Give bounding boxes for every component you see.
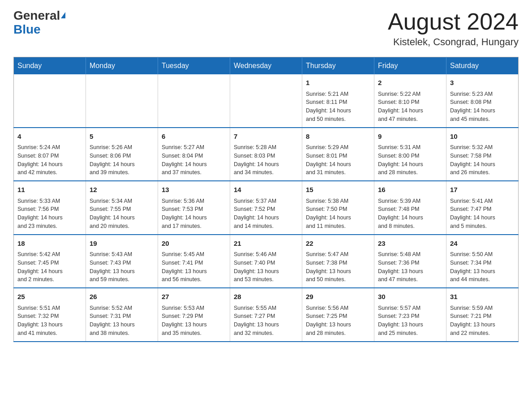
day-number: 26 — [90, 292, 154, 302]
calendar-cell: 5Sunrise: 5:26 AMSunset: 8:06 PMDaylight… — [86, 128, 158, 181]
weekday-header-sunday: Sunday — [14, 57, 86, 75]
calendar-cell: 15Sunrise: 5:38 AMSunset: 7:50 PMDayligh… — [302, 181, 374, 235]
day-info: Sunrise: 5:48 AMSunset: 7:36 PMDaylight:… — [378, 250, 442, 284]
day-number: 18 — [17, 239, 82, 249]
day-number: 31 — [450, 292, 515, 302]
day-number: 27 — [162, 292, 226, 302]
calendar-cell — [158, 74, 230, 128]
day-info: Sunrise: 5:51 AMSunset: 7:32 PMDaylight:… — [17, 304, 82, 338]
calendar-cell: 20Sunrise: 5:45 AMSunset: 7:41 PMDayligh… — [158, 235, 230, 288]
calendar-cell — [14, 74, 86, 128]
day-info: Sunrise: 5:22 AMSunset: 8:10 PMDaylight:… — [378, 90, 442, 124]
day-number: 12 — [90, 185, 154, 195]
day-number: 13 — [162, 185, 226, 195]
calendar-cell: 31Sunrise: 5:59 AMSunset: 7:21 PMDayligh… — [446, 288, 519, 342]
calendar-table: SundayMondayTuesdayWednesdayThursdayFrid… — [13, 57, 519, 342]
calendar-week-row: 18Sunrise: 5:42 AMSunset: 7:45 PMDayligh… — [14, 235, 519, 288]
day-number: 9 — [378, 132, 442, 142]
weekday-header-saturday: Saturday — [446, 57, 519, 75]
logo-triangle-icon — [61, 12, 65, 18]
day-info: Sunrise: 5:42 AMSunset: 7:45 PMDaylight:… — [17, 250, 82, 284]
calendar-cell: 30Sunrise: 5:57 AMSunset: 7:23 PMDayligh… — [374, 288, 446, 342]
day-info: Sunrise: 5:31 AMSunset: 8:00 PMDaylight:… — [378, 143, 442, 177]
weekday-header-wednesday: Wednesday — [230, 57, 302, 75]
calendar-header-row: SundayMondayTuesdayWednesdayThursdayFrid… — [14, 57, 519, 75]
calendar-cell: 22Sunrise: 5:47 AMSunset: 7:38 PMDayligh… — [302, 235, 374, 288]
calendar-cell: 7Sunrise: 5:28 AMSunset: 8:03 PMDaylight… — [230, 128, 302, 181]
day-info: Sunrise: 5:38 AMSunset: 7:50 PMDaylight:… — [306, 197, 370, 231]
day-info: Sunrise: 5:57 AMSunset: 7:23 PMDaylight:… — [378, 304, 442, 338]
calendar-cell: 8Sunrise: 5:29 AMSunset: 8:01 PMDaylight… — [302, 128, 374, 181]
calendar-cell: 2Sunrise: 5:22 AMSunset: 8:10 PMDaylight… — [374, 74, 446, 128]
calendar-week-row: 1Sunrise: 5:21 AMSunset: 8:11 PMDaylight… — [14, 74, 519, 128]
day-number: 4 — [17, 132, 82, 142]
day-info: Sunrise: 5:29 AMSunset: 8:01 PMDaylight:… — [306, 143, 370, 177]
weekday-header-friday: Friday — [374, 57, 446, 75]
weekday-header-tuesday: Tuesday — [158, 57, 230, 75]
day-number: 17 — [450, 185, 515, 195]
calendar-cell: 14Sunrise: 5:37 AMSunset: 7:52 PMDayligh… — [230, 181, 302, 235]
logo-blue-text: Blue — [13, 22, 41, 36]
day-number: 25 — [17, 292, 82, 302]
calendar-cell: 1Sunrise: 5:21 AMSunset: 8:11 PMDaylight… — [302, 74, 374, 128]
title-section: August 2024 Kistelek, Csongrad, Hungary — [388, 9, 519, 48]
calendar-cell — [86, 74, 158, 128]
calendar-cell: 19Sunrise: 5:43 AMSunset: 7:43 PMDayligh… — [86, 235, 158, 288]
day-info: Sunrise: 5:50 AMSunset: 7:34 PMDaylight:… — [450, 250, 515, 284]
calendar-cell: 27Sunrise: 5:53 AMSunset: 7:29 PMDayligh… — [158, 288, 230, 342]
day-number: 3 — [450, 78, 515, 88]
day-info: Sunrise: 5:24 AMSunset: 8:07 PMDaylight:… — [17, 143, 82, 177]
logo: GeneralBlue — [13, 9, 65, 37]
calendar-cell: 23Sunrise: 5:48 AMSunset: 7:36 PMDayligh… — [374, 235, 446, 288]
day-info: Sunrise: 5:34 AMSunset: 7:55 PMDaylight:… — [90, 197, 154, 231]
day-info: Sunrise: 5:46 AMSunset: 7:40 PMDaylight:… — [234, 250, 298, 284]
day-number: 30 — [378, 292, 442, 302]
day-number: 5 — [90, 132, 154, 142]
calendar-week-row: 4Sunrise: 5:24 AMSunset: 8:07 PMDaylight… — [14, 128, 519, 181]
logo-text: GeneralBlue — [13, 9, 65, 37]
day-number: 15 — [306, 185, 370, 195]
day-info: Sunrise: 5:33 AMSunset: 7:56 PMDaylight:… — [17, 197, 82, 231]
day-number: 11 — [17, 185, 82, 195]
calendar-cell: 25Sunrise: 5:51 AMSunset: 7:32 PMDayligh… — [14, 288, 86, 342]
day-info: Sunrise: 5:27 AMSunset: 8:04 PMDaylight:… — [162, 143, 226, 177]
calendar-cell: 3Sunrise: 5:23 AMSunset: 8:08 PMDaylight… — [446, 74, 519, 128]
month-title: August 2024 — [388, 9, 519, 34]
day-info: Sunrise: 5:55 AMSunset: 7:27 PMDaylight:… — [234, 304, 298, 338]
day-number: 29 — [306, 292, 370, 302]
calendar-cell: 24Sunrise: 5:50 AMSunset: 7:34 PMDayligh… — [446, 235, 519, 288]
day-number: 22 — [306, 239, 370, 249]
day-number: 8 — [306, 132, 370, 142]
day-number: 23 — [378, 239, 442, 249]
day-number: 10 — [450, 132, 515, 142]
location: Kistelek, Csongrad, Hungary — [388, 36, 519, 48]
day-info: Sunrise: 5:45 AMSunset: 7:41 PMDaylight:… — [162, 250, 226, 284]
day-info: Sunrise: 5:53 AMSunset: 7:29 PMDaylight:… — [162, 304, 226, 338]
calendar-cell: 13Sunrise: 5:36 AMSunset: 7:53 PMDayligh… — [158, 181, 230, 235]
day-info: Sunrise: 5:28 AMSunset: 8:03 PMDaylight:… — [234, 143, 298, 177]
day-number: 2 — [378, 78, 442, 88]
day-info: Sunrise: 5:21 AMSunset: 8:11 PMDaylight:… — [306, 90, 370, 124]
day-number: 7 — [234, 132, 298, 142]
calendar-week-row: 11Sunrise: 5:33 AMSunset: 7:56 PMDayligh… — [14, 181, 519, 235]
day-number: 14 — [234, 185, 298, 195]
calendar-cell: 17Sunrise: 5:41 AMSunset: 7:47 PMDayligh… — [446, 181, 519, 235]
weekday-header-thursday: Thursday — [302, 57, 374, 75]
day-number: 1 — [306, 78, 370, 88]
calendar-cell: 18Sunrise: 5:42 AMSunset: 7:45 PMDayligh… — [14, 235, 86, 288]
calendar-cell: 12Sunrise: 5:34 AMSunset: 7:55 PMDayligh… — [86, 181, 158, 235]
calendar-cell: 6Sunrise: 5:27 AMSunset: 8:04 PMDaylight… — [158, 128, 230, 181]
calendar-cell: 26Sunrise: 5:52 AMSunset: 7:31 PMDayligh… — [86, 288, 158, 342]
calendar-cell: 28Sunrise: 5:55 AMSunset: 7:27 PMDayligh… — [230, 288, 302, 342]
calendar-cell: 10Sunrise: 5:32 AMSunset: 7:58 PMDayligh… — [446, 128, 519, 181]
day-info: Sunrise: 5:56 AMSunset: 7:25 PMDaylight:… — [306, 304, 370, 338]
day-info: Sunrise: 5:32 AMSunset: 7:58 PMDaylight:… — [450, 143, 515, 177]
day-info: Sunrise: 5:43 AMSunset: 7:43 PMDaylight:… — [90, 250, 154, 284]
day-info: Sunrise: 5:41 AMSunset: 7:47 PMDaylight:… — [450, 197, 515, 231]
day-info: Sunrise: 5:59 AMSunset: 7:21 PMDaylight:… — [450, 304, 515, 338]
calendar-cell: 29Sunrise: 5:56 AMSunset: 7:25 PMDayligh… — [302, 288, 374, 342]
calendar-cell — [230, 74, 302, 128]
day-info: Sunrise: 5:26 AMSunset: 8:06 PMDaylight:… — [90, 143, 154, 177]
day-info: Sunrise: 5:23 AMSunset: 8:08 PMDaylight:… — [450, 90, 515, 124]
calendar-cell: 16Sunrise: 5:39 AMSunset: 7:48 PMDayligh… — [374, 181, 446, 235]
